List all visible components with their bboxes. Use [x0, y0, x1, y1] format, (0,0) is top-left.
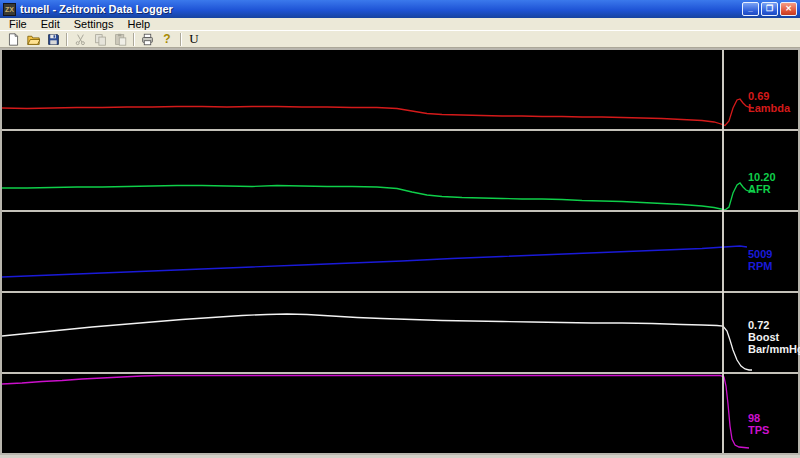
toolbar-separator: [133, 33, 134, 46]
lambda-value: 0.69: [748, 90, 790, 102]
boost-panel[interactable]: 0.72 Boost Bar/mmHg: [2, 293, 798, 374]
rpm-name: RPM: [748, 260, 772, 272]
tps-panel[interactable]: 98 TPS: [2, 374, 798, 453]
open-folder-icon: [27, 33, 40, 46]
lambda-panel[interactable]: 0.69 Lambda: [2, 50, 798, 131]
open-button[interactable]: [23, 31, 43, 47]
new-button[interactable]: [3, 31, 23, 47]
lambda-readout: 0.69 Lambda: [748, 90, 790, 114]
menu-file[interactable]: File: [2, 18, 34, 30]
tps-trace: [2, 376, 749, 449]
cursor-line[interactable]: [722, 50, 724, 453]
afr-readout: 10.20 AFR: [748, 171, 776, 195]
copy-button[interactable]: [90, 31, 110, 47]
title-bar: ZX tunell - Zeitronix Data Logger _ ❐ ✕: [0, 0, 800, 18]
lambda-trace: [2, 99, 754, 126]
menu-edit[interactable]: Edit: [34, 18, 67, 30]
paste-button[interactable]: [110, 31, 130, 47]
app-icon: ZX: [3, 3, 16, 16]
window-controls: _ ❐ ✕: [742, 2, 797, 16]
lambda-name: Lambda: [748, 102, 790, 114]
rpm-readout: 5009 RPM: [748, 248, 772, 272]
boost-name: Boost: [748, 331, 800, 343]
save-floppy-icon: [47, 33, 60, 46]
afr-panel[interactable]: 10.20 AFR: [2, 131, 798, 212]
copy-icon: [94, 33, 107, 46]
afr-trace: [2, 183, 754, 210]
rpm-value: 5009: [748, 248, 772, 260]
maximize-button[interactable]: ❐: [761, 2, 778, 16]
boost-readout: 0.72 Boost Bar/mmHg: [748, 319, 800, 355]
window-title: tunell - Zeitronix Data Logger: [20, 3, 738, 15]
close-button[interactable]: ✕: [780, 2, 797, 16]
new-file-icon: [7, 33, 20, 46]
boost-trace: [2, 314, 752, 370]
save-button[interactable]: [43, 31, 63, 47]
toolbar: ? U: [0, 31, 800, 48]
help-question-icon: ?: [163, 32, 170, 46]
menu-bar: File Edit Settings Help: [0, 18, 800, 31]
boost-value: 0.72: [748, 319, 800, 331]
toolbar-separator: [66, 33, 67, 46]
menu-settings[interactable]: Settings: [67, 18, 121, 30]
u-button[interactable]: U: [184, 31, 204, 47]
paste-clipboard-icon: [114, 33, 127, 46]
boost-unit: Bar/mmHg: [748, 343, 800, 355]
afr-name: AFR: [748, 183, 776, 195]
print-button[interactable]: [137, 31, 157, 47]
tps-readout: 98 TPS: [748, 412, 769, 436]
tps-name: TPS: [748, 424, 769, 436]
rpm-trace: [2, 246, 747, 277]
u-letter-icon: U: [189, 31, 198, 47]
tps-value: 98: [748, 412, 769, 424]
printer-icon: [141, 33, 154, 46]
cut-button[interactable]: [70, 31, 90, 47]
toolbar-separator: [180, 33, 181, 46]
minimize-button[interactable]: _: [742, 2, 759, 16]
help-button[interactable]: ?: [157, 31, 177, 47]
cut-scissors-icon: [74, 33, 87, 46]
afr-value: 10.20: [748, 171, 776, 183]
menu-help[interactable]: Help: [120, 18, 157, 30]
chart-area: 0.69 Lambda 10.20 AFR 5009 RPM 0.72 Boos…: [0, 48, 800, 455]
rpm-panel[interactable]: 5009 RPM: [2, 212, 798, 293]
